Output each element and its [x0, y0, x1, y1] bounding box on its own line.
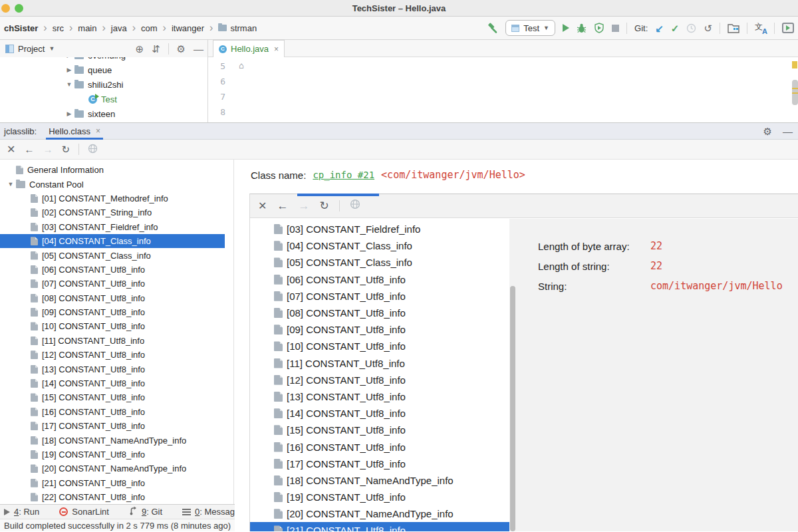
vcs-commit-icon[interactable]: ✓ [671, 23, 680, 33]
history-clock-icon[interactable] [686, 23, 696, 33]
tree-node[interactable]: [18] CONSTANT_NameAndType_info [250, 472, 509, 489]
tree-node[interactable]: [11] CONSTANT_Utf8_info [250, 355, 509, 372]
fold-gutter[interactable] [225, 104, 249, 120]
run-with-coverage-button[interactable] [594, 23, 604, 33]
chevron-down-icon[interactable]: ▼ [49, 45, 55, 52]
back-arrow-icon[interactable]: ← [277, 200, 288, 213]
tree-node[interactable]: [16] CONSTANT_Utf8_info [250, 438, 509, 455]
breadcrumb-item[interactable]: src [38, 22, 64, 34]
debug-button[interactable] [577, 23, 587, 33]
back-arrow-icon[interactable]: ← [24, 144, 34, 155]
inner-scrollbar-thumb[interactable] [297, 194, 379, 196]
vcs-update-icon[interactable]: ↙ [655, 23, 664, 33]
web-globe-icon[interactable] [88, 144, 98, 156]
project-tree-node[interactable]: queue [0, 63, 207, 77]
expand-arrow-icon[interactable] [64, 57, 74, 59]
locate-file-icon[interactable]: ⊕ [135, 44, 144, 54]
toolwindow-button[interactable]: 4: Run [4, 507, 39, 517]
stop-button[interactable] [612, 25, 619, 32]
tree-node[interactable]: [04] CONSTANT_Class_info [250, 237, 509, 254]
tree-node[interactable]: General Information [0, 163, 225, 177]
tree-node[interactable]: [03] CONSTANT_Fieldref_info [250, 221, 509, 237]
toolwindow-button[interactable]: SonarLint [59, 507, 109, 517]
reload-icon[interactable]: ↻ [61, 144, 70, 156]
tree-node[interactable]: [19] CONSTANT_Utf8_info [0, 448, 225, 462]
project-tree-node[interactable]: sixteen [0, 106, 207, 121]
project-tree-node[interactable]: Test [0, 92, 207, 106]
tree-node[interactable]: [04] CONSTANT_Class_info [0, 234, 225, 248]
tree-node[interactable]: [09] CONSTANT_Utf8_info [0, 305, 225, 319]
breadcrumb-item[interactable]: main [64, 22, 97, 34]
tree-node[interactable]: [07] CONSTANT_Utf8_info [250, 288, 509, 305]
tree-node[interactable]: [08] CONSTANT_Utf8_info [250, 305, 509, 321]
fold-gutter[interactable] [225, 89, 249, 104]
tree-node[interactable]: [16] CONSTANT_Utf8_info [0, 405, 225, 419]
breadcrumb-item[interactable]: itwanger [158, 22, 204, 34]
tree-node[interactable]: Constant Pool [0, 177, 225, 191]
inner-tree-scrollbar-thumb[interactable] [510, 286, 515, 531]
tree-node[interactable]: [15] CONSTANT_Utf8_info [250, 422, 509, 438]
hide-panel-icon[interactable]: — [783, 126, 793, 136]
tree-node[interactable]: [06] CONSTANT_Utf8_info [0, 263, 225, 277]
tree-node[interactable]: [14] CONSTANT_Utf8_info [0, 376, 225, 390]
tree-node[interactable]: [13] CONSTANT_Utf8_info [0, 362, 225, 376]
project-tree-node[interactable]: shiliu2shi [0, 77, 207, 92]
run-toolwindow-icon[interactable] [782, 23, 794, 33]
breadcrumb-item[interactable]: com [127, 22, 158, 34]
gear-icon[interactable]: ⚙ [763, 126, 772, 136]
tree-node[interactable]: [20] CONSTANT_NameAndType_info [0, 462, 225, 475]
tree-node[interactable]: [22] CONSTANT_Utf8_info [0, 490, 225, 504]
close-icon[interactable]: × [274, 45, 279, 54]
run-button[interactable] [563, 24, 569, 32]
tree-node[interactable]: [05] CONSTANT_Class_info [0, 248, 225, 262]
tree-node[interactable]: [18] CONSTANT_NameAndType_info [0, 433, 225, 447]
tree-node[interactable]: [20] CONSTANT_NameAndType_info [250, 505, 509, 522]
editor-code-area[interactable]: 5 6 7 8 [208, 57, 798, 122]
expand-arrow-icon[interactable] [64, 66, 74, 73]
tree-node[interactable]: [14] CONSTANT_Utf8_info [250, 405, 509, 422]
collapse-all-icon[interactable]: ⇵ [152, 44, 160, 54]
forward-arrow-icon[interactable]: → [298, 200, 309, 213]
tree-node[interactable]: [01] CONSTANT_Methodref_info [0, 192, 225, 205]
cp-info-link[interactable]: cp_info #21 [313, 170, 374, 180]
tree-node[interactable]: [21] CONSTANT_Utf8_info [0, 476, 225, 490]
toolwindow-button[interactable]: 9: Git [129, 506, 162, 517]
jclasslib-tab-hello-class[interactable]: Hello.class × [46, 123, 103, 140]
tree-node[interactable]: [03] CONSTANT_Fieldref_info [0, 220, 225, 234]
line-number[interactable]: 7 [208, 92, 225, 102]
tree-node[interactable]: [10] CONSTANT_Utf8_info [250, 338, 509, 354]
expand-arrow-icon[interactable] [5, 181, 16, 188]
rollback-icon[interactable]: ↺ [704, 23, 712, 33]
build-hammer-icon[interactable] [487, 23, 498, 34]
breadcrumb-item[interactable]: strman [204, 22, 257, 34]
hide-panel-icon[interactable]: — [194, 44, 203, 54]
tree-node[interactable]: [13] CONSTANT_Utf8_info [250, 388, 509, 405]
forward-arrow-icon[interactable]: → [43, 144, 53, 155]
tree-node[interactable]: [19] CONSTANT_Utf8_info [250, 489, 509, 505]
line-number[interactable]: 8 [208, 107, 225, 117]
editor-tab-hello-java[interactable]: Hello.java × [213, 40, 285, 57]
breadcrumb-item[interactable]: java [97, 22, 127, 34]
close-icon[interactable]: ✕ [7, 144, 15, 155]
tree-node[interactable]: [12] CONSTANT_Utf8_info [250, 372, 509, 388]
gear-icon[interactable]: ⚙ [177, 44, 186, 54]
close-icon[interactable]: × [96, 126, 100, 136]
close-icon[interactable]: ✕ [258, 201, 267, 211]
project-tree-node[interactable]: overriding [0, 57, 207, 63]
tree-node[interactable]: [17] CONSTANT_Utf8_info [0, 419, 225, 433]
tree-node[interactable]: [02] CONSTANT_String_info [0, 205, 225, 219]
tree-node[interactable]: [10] CONSTANT_Utf8_info [0, 319, 225, 333]
tree-node[interactable]: [11] CONSTANT_Utf8_info [0, 334, 225, 348]
run-configuration-select[interactable]: Test ▼ [505, 20, 555, 36]
fold-gutter[interactable] [225, 59, 249, 74]
tree-node[interactable]: [08] CONSTANT_Utf8_info [0, 291, 225, 305]
fold-gutter[interactable] [225, 74, 249, 89]
project-panel-title[interactable]: Project [18, 44, 45, 54]
tree-node[interactable]: [05] CONSTANT_Class_info [250, 254, 509, 271]
reload-icon[interactable]: ↻ [319, 199, 329, 213]
tree-node[interactable]: [21] CONSTANT_Utf8_info [250, 522, 509, 531]
line-number[interactable]: 6 [208, 76, 225, 86]
tree-node[interactable]: [07] CONSTANT_Utf8_info [0, 277, 225, 291]
expand-arrow-icon[interactable] [64, 81, 74, 88]
tree-node[interactable]: [17] CONSTANT_Utf8_info [250, 456, 509, 472]
